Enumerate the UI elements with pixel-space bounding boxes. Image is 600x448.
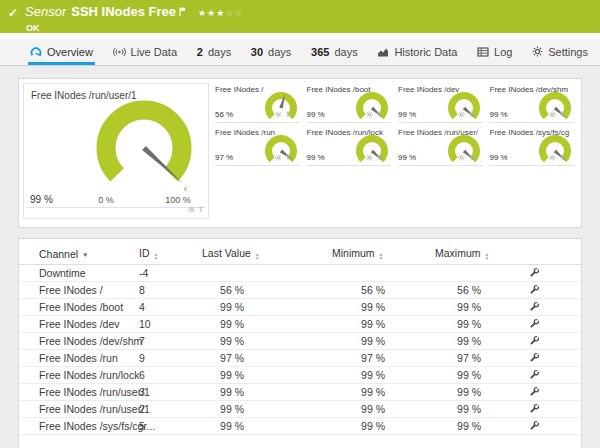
tab-historic-data[interactable]: Historic Data [375, 39, 459, 65]
tile-pin-icon[interactable] [376, 147, 382, 165]
tab-label: Live Data [131, 46, 177, 58]
tile-toolbar [366, 104, 382, 122]
gauge-scale-start: 0 % [91, 195, 121, 205]
id-cell: 10 [139, 316, 198, 333]
gauge-value: 99 % [398, 110, 416, 119]
maximum-cell: 99 % [429, 333, 521, 350]
tab-365-days[interactable]: 365days [309, 39, 360, 65]
tile-gear-icon[interactable] [188, 199, 195, 217]
channel-edit-wrench-icon[interactable] [529, 335, 540, 346]
column-header-minimum[interactable]: Minimum▲▼ [326, 239, 429, 265]
id-cell: -4 [139, 265, 198, 282]
tab-label: Overview [47, 46, 93, 58]
channel-edit-cell [521, 316, 581, 333]
channel-edit-wrench-icon[interactable] [529, 267, 540, 278]
column-header-maximum[interactable]: Maximum▲▼ [429, 239, 521, 265]
sensor-title: SSH INodes Free [71, 5, 176, 19]
tile-gear-icon[interactable] [458, 147, 465, 165]
tile-pin-icon[interactable] [468, 104, 474, 122]
maximum-cell: 99 % [429, 384, 521, 401]
column-label: ID [139, 247, 150, 259]
tile-pin-icon[interactable] [559, 104, 565, 122]
overview-panel: Free INodes /run/user/1 x 99 % 0 % 100 %… [18, 78, 582, 228]
minimum-cell: 99 % [326, 384, 429, 401]
channel-edit-cell [521, 367, 581, 384]
table-row: Free INodes /run/user/1399 %99 %99 % [19, 384, 581, 401]
channel-cell: Free INodes /run [19, 350, 139, 367]
channel-cell: Free INodes /dev [19, 316, 139, 333]
channel-edit-cell [521, 401, 581, 418]
channel-cell: Downtime [19, 265, 139, 282]
minimum-cell: 99 % [326, 299, 429, 316]
channel-edit-wrench-icon[interactable] [529, 352, 540, 363]
last-value-cell: 99 % [198, 384, 326, 401]
minimum-cell: 99 % [326, 367, 429, 384]
channel-cell: Free INodes /sys/fs/cgr... [19, 418, 139, 435]
tile-toolbar [275, 104, 291, 122]
last-value-cell: 99 % [198, 418, 326, 435]
main-gauge: x [88, 96, 200, 200]
tile-toolbar [458, 104, 474, 122]
maximum-cell: 99 % [429, 316, 521, 333]
gauge-tile: Free INodes /dev99 % [398, 85, 483, 127]
last-value-cell: 99 % [198, 299, 326, 316]
channel-edit-wrench-icon[interactable] [529, 386, 540, 397]
channel-cell: Free INodes /boot [19, 299, 139, 316]
last-value-cell: 56 % [198, 282, 326, 299]
tile-gear-icon[interactable] [458, 104, 465, 122]
main-gauge-tile: Free INodes /run/user/1 x 99 % 0 % 100 % [23, 83, 209, 219]
tab-live-data[interactable]: Live Data [111, 39, 179, 65]
gauge-value: 56 % [215, 110, 233, 119]
tab-label: Log [494, 46, 512, 58]
gauge-tile: Free INodes /sys/fs/cg99 % [490, 128, 575, 170]
tile-pin-icon[interactable] [559, 147, 565, 165]
tile-pin-icon[interactable] [285, 104, 291, 122]
channel-edit-wrench-icon[interactable] [529, 369, 540, 380]
tab-log[interactable]: Log [475, 39, 514, 65]
priority-stars[interactable]: ★★★☆☆ [198, 6, 243, 20]
tab-settings[interactable]: Settings [530, 39, 590, 65]
channel-cell: Free INodes /run/lock [19, 367, 139, 384]
column-header-id[interactable]: ID▲▼ [139, 239, 198, 265]
channel-table-head: Channel▼ID▲▼Last Value▲▼Minimum▲▼Maximum… [19, 239, 581, 265]
channel-edit-wrench-icon[interactable] [529, 301, 540, 312]
tile-gear-icon[interactable] [366, 104, 373, 122]
gauge-tile: Free INodes /run/user/99 % [398, 128, 483, 170]
tab-2-days[interactable]: 2days [195, 39, 233, 65]
tile-gear-icon[interactable] [549, 147, 556, 165]
tile-pin-icon[interactable] [376, 104, 382, 122]
tile-divider [215, 122, 300, 123]
tab-label: Historic Data [394, 46, 457, 58]
column-header-last-value[interactable]: Last Value▲▼ [198, 239, 326, 265]
gauge-tile: Free INodes /run/lock99 % [307, 128, 392, 170]
maximum-cell: 99 % [429, 401, 521, 418]
channel-edit-cell [521, 299, 581, 316]
id-cell: 9 [139, 350, 198, 367]
channel-cell: Free INodes / [19, 282, 139, 299]
gauge-tile: Free INodes /run97 % [215, 128, 300, 170]
tile-pin-icon[interactable] [285, 147, 291, 165]
column-header-channel[interactable]: Channel▼ [19, 239, 139, 265]
gauge-value: 97 % [215, 153, 233, 162]
channel-edit-wrench-icon[interactable] [529, 318, 540, 329]
table-row: Free INodes /dev1099 %99 %99 % [19, 316, 581, 333]
tab-30-days[interactable]: 30days [249, 39, 294, 65]
tile-pin-icon[interactable] [198, 199, 204, 217]
channel-edit-wrench-icon[interactable] [529, 284, 540, 295]
tile-pin-icon[interactable] [468, 147, 474, 165]
tile-divider [307, 122, 392, 123]
tab-overview[interactable]: Overview [28, 39, 95, 65]
last-value-cell [198, 265, 326, 282]
tile-gear-icon[interactable] [366, 147, 373, 165]
tile-divider [27, 207, 205, 208]
historic-data-icon [377, 47, 389, 57]
tile-gear-icon[interactable] [549, 104, 556, 122]
sensor-header: ✓ Sensor SSH INodes Free ★★★☆☆ OK [0, 0, 600, 33]
tile-gear-icon[interactable] [275, 104, 282, 122]
tile-toolbar [366, 147, 382, 165]
tile-gear-icon[interactable] [275, 147, 282, 165]
column-header-actions [521, 239, 581, 265]
channel-edit-wrench-icon[interactable] [529, 420, 540, 431]
channel-edit-wrench-icon[interactable] [529, 403, 540, 414]
tab-label: days [268, 46, 291, 58]
